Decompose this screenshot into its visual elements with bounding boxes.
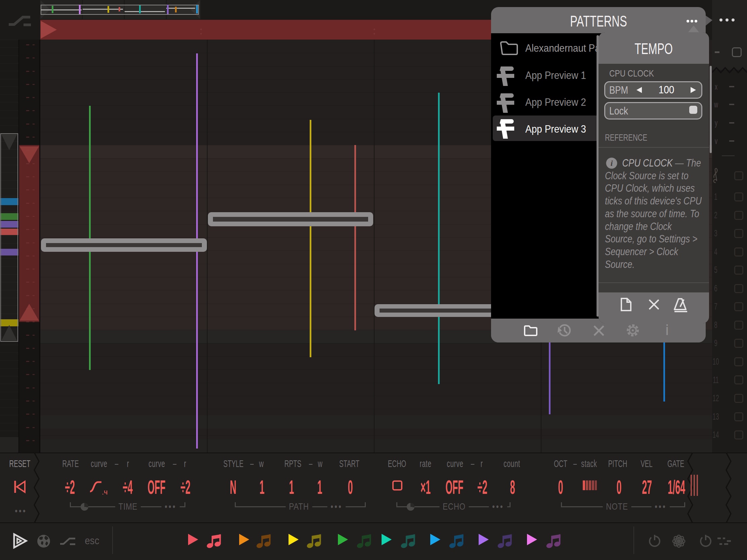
svg-text:.ч: .ч bbox=[102, 488, 108, 495]
